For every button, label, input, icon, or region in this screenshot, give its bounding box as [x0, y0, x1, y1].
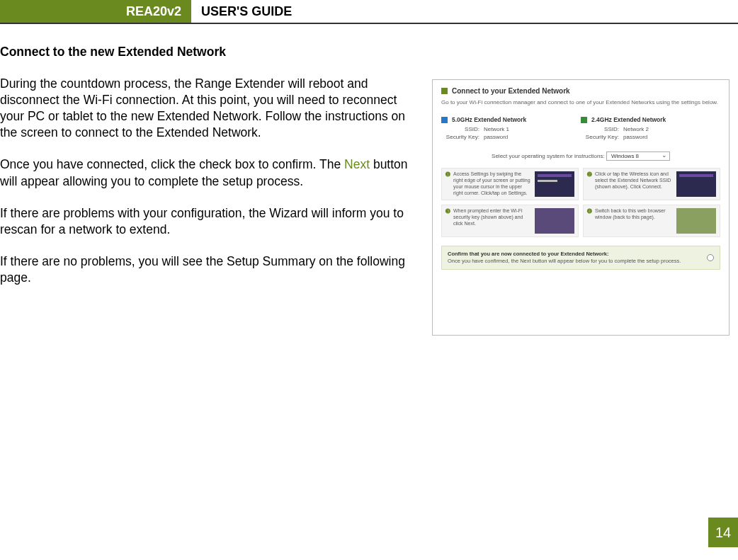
confirm-bar: Confirm that you are now connected to yo… — [441, 246, 720, 270]
step-thumbnail — [676, 208, 716, 234]
page-number-value: 14 — [715, 525, 731, 541]
net24-ssid: Network 2 — [623, 126, 649, 132]
next-keyword: Next — [344, 157, 370, 171]
product-name: REA20v2 — [126, 4, 181, 19]
step-2-text: Click or tap the Wireless icon and selec… — [595, 171, 674, 197]
ssid-label: SSID: — [581, 126, 623, 132]
p2-part-a: Once you have connected, click the check… — [0, 157, 344, 171]
os-selector-row: Select your operating system for instruc… — [433, 142, 729, 165]
text-column: Connect to the new Extended Network Duri… — [0, 44, 432, 336]
square-icon — [441, 117, 448, 123]
figure-column: Connect to your Extended Network Go to y… — [432, 44, 730, 336]
step-1-text: Access Settings by swiping the right edg… — [453, 171, 532, 197]
os-value: Windows 8 — [611, 153, 639, 159]
paragraph-2: Once you have connected, click the check… — [0, 156, 418, 189]
step-number-icon: ➋ — [587, 171, 592, 197]
step-1: ➊ Access Settings by swiping the right e… — [441, 168, 579, 200]
paragraph-4: If there are no problems, you will see t… — [0, 253, 418, 286]
network-5ghz: 5.0GHz Extended Network SSID:Network 1 S… — [441, 116, 581, 142]
step-3: ➌ When prompted enter the Wi-Fi security… — [441, 205, 579, 237]
net5-key: password — [484, 134, 508, 140]
square-icon — [441, 88, 448, 94]
step-2: ➋ Click or tap the Wireless icon and sel… — [583, 168, 720, 200]
ss-header: Connect to your Extended Network — [433, 80, 729, 98]
step-thumbnail — [535, 208, 574, 234]
ss-subtitle: Go to your Wi-Fi connection manager and … — [433, 98, 729, 113]
guide-title: USER'S GUIDE — [191, 0, 292, 23]
content-area: Connect to the new Extended Network Duri… — [0, 24, 738, 336]
step-number-icon: ➊ — [445, 171, 450, 197]
section-heading: Connect to the new Extended Network — [0, 44, 418, 60]
confirm-plain: Once you have confirmed, the Next button… — [448, 258, 681, 264]
confirm-radio[interactable] — [707, 254, 714, 261]
confirm-bold: Confirm that you are now connected to yo… — [448, 251, 609, 257]
net5-title: 5.0GHz Extended Network — [441, 116, 581, 123]
step-3-text: When prompted enter the Wi-Fi security k… — [453, 208, 532, 234]
step-thumbnail — [676, 171, 716, 197]
network-24ghz: 2.4GHz Extended Network SSID:Network 2 S… — [581, 116, 720, 142]
steps-grid: ➊ Access Settings by swiping the right e… — [433, 165, 729, 243]
step-thumbnail — [535, 171, 574, 197]
page-number: 14 — [708, 518, 738, 547]
ssid-label: SSID: — [441, 126, 484, 132]
page-header: REA20v2 USER'S GUIDE — [0, 0, 738, 24]
paragraph-3: If there are problems with your configur… — [0, 205, 418, 238]
network-row: 5.0GHz Extended Network SSID:Network 1 S… — [433, 113, 729, 142]
product-badge: REA20v2 — [0, 0, 191, 23]
paragraph-1: During the countdown process, the Range … — [0, 76, 418, 141]
step-number-icon: ➍ — [587, 208, 592, 234]
square-icon — [581, 117, 587, 123]
net24-title: 2.4GHz Extended Network — [581, 116, 720, 123]
net24-key: password — [623, 134, 647, 140]
step-number-icon: ➌ — [445, 208, 450, 234]
guide-title-text: USER'S GUIDE — [201, 4, 292, 19]
confirm-text: Confirm that you are now connected to yo… — [448, 251, 701, 265]
step-4: ➍ Switch back to this web browser window… — [583, 205, 720, 237]
net5-title-text: 5.0GHz Extended Network — [452, 116, 526, 123]
net5-ssid: Network 1 — [484, 126, 509, 132]
embedded-screenshot: Connect to your Extended Network Go to y… — [432, 79, 730, 336]
os-label: Select your operating system for instruc… — [492, 153, 605, 159]
step-4-text: Switch back to this web browser window (… — [595, 208, 674, 234]
key-label: Security Key: — [581, 134, 623, 140]
net24-title-text: 2.4GHz Extended Network — [591, 116, 666, 123]
key-label: Security Key: — [441, 134, 484, 140]
os-dropdown[interactable]: Windows 8 — [606, 152, 670, 161]
ss-title: Connect to your Extended Network — [452, 87, 570, 95]
